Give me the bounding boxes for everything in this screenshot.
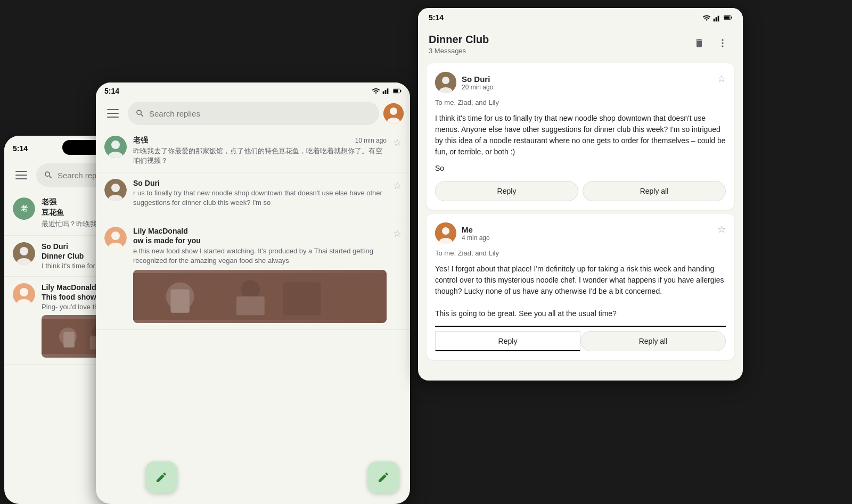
message-card-soduri: So Duri 20 min ago ☆ To me, Ziad, and Li… bbox=[427, 63, 734, 210]
svg-rect-26 bbox=[387, 88, 389, 94]
thread-title-group: Dinner Club 3 Messages bbox=[429, 34, 489, 55]
tablet-time: 5:14 bbox=[429, 13, 444, 22]
message-to-me: To me, Ziad, and Lily bbox=[435, 249, 726, 257]
svg-rect-28 bbox=[400, 90, 402, 92]
edit-icon-phone2 bbox=[377, 471, 390, 484]
message-avatar-soduri bbox=[435, 72, 456, 93]
phone2-email-item-2[interactable]: So Duri r us to finally try that new noo… bbox=[96, 172, 410, 220]
svg-point-43 bbox=[111, 232, 120, 240]
tablet-status-icons bbox=[702, 13, 732, 22]
message-star-me[interactable]: ☆ bbox=[717, 224, 726, 235]
thread-count: 3 Messages bbox=[429, 47, 489, 55]
phone2-email-preview-2: r us to finally try that new noodle shop… bbox=[133, 188, 387, 208]
svg-point-59 bbox=[722, 45, 723, 47]
email-sender-laojian: 老强 bbox=[42, 197, 56, 207]
phone2-email-image-3 bbox=[133, 270, 387, 323]
phone1-time: 5:14 bbox=[13, 144, 28, 153]
reply-button-me[interactable]: Reply bbox=[435, 331, 580, 351]
svg-rect-32 bbox=[107, 117, 119, 118]
svg-rect-9 bbox=[15, 178, 27, 179]
phone2-signal-icon bbox=[382, 87, 391, 95]
phone2-star-1[interactable]: ☆ bbox=[393, 137, 402, 148]
svg-rect-24 bbox=[383, 92, 384, 94]
svg-rect-25 bbox=[385, 90, 387, 94]
message-sign-soduri: So bbox=[435, 164, 726, 172]
reply-actions-soduri: Reply Reply all bbox=[435, 181, 726, 201]
message-star-soduri[interactable]: ☆ bbox=[717, 73, 726, 85]
phone2-wifi-icon bbox=[372, 87, 380, 95]
svg-rect-53 bbox=[718, 16, 719, 22]
svg-point-37 bbox=[111, 141, 120, 149]
message-time-soduri: 20 min ago bbox=[462, 84, 493, 91]
tablet: 5:14 Dinner Club 3 Messages bbox=[418, 8, 743, 381]
svg-rect-56 bbox=[724, 16, 730, 19]
phone2-email-content-1: 老强 10 min ago 昨晚我去了你最爱的那家饭馆，点了他们的特色豆花鱼，吃… bbox=[133, 136, 387, 166]
compose-fab-phone1[interactable] bbox=[145, 461, 177, 493]
message-sender-row-me: Me 4 min ago bbox=[435, 222, 490, 244]
tablet-battery-icon bbox=[724, 13, 732, 22]
svg-rect-21 bbox=[63, 332, 75, 348]
phone2-email-sender-1: 老强 bbox=[133, 136, 148, 145]
phone2-email-item-1[interactable]: 老强 10 min ago 昨晚我去了你最爱的那家饭馆，点了他们的特色豆花鱼，吃… bbox=[96, 129, 410, 172]
phone2-hamburger-button[interactable] bbox=[102, 103, 124, 124]
phone2-email-subject-3: ow is made for you bbox=[133, 236, 387, 245]
message-header-soduri: So Duri 20 min ago ☆ bbox=[435, 72, 726, 93]
phone2-star-2[interactable]: ☆ bbox=[393, 180, 402, 192]
email-avatar-lily bbox=[13, 283, 35, 305]
phone2-email-list: 老强 10 min ago 昨晚我去了你最爱的那家饭馆，点了他们的特色豆花鱼，吃… bbox=[96, 129, 410, 330]
hamburger-button[interactable] bbox=[11, 164, 32, 186]
more-options-button[interactable] bbox=[713, 34, 732, 53]
phone2-email-content-3: Lily MacDonald ow is made for you e this… bbox=[133, 227, 387, 323]
phone2-email-sender-2: So Duri bbox=[133, 179, 160, 187]
phone-2: 5:14 老强 bbox=[96, 82, 410, 504]
reply-actions-me: Reply Reply all bbox=[435, 326, 726, 351]
phone2-email-item-3[interactable]: Lily MacDonald ow is made for you e this… bbox=[96, 220, 410, 330]
phone2-top-bar bbox=[96, 97, 410, 129]
svg-point-40 bbox=[111, 184, 120, 192]
phone2-email-header-3: Lily MacDonald bbox=[133, 227, 387, 235]
phone2-time: 5:14 bbox=[104, 87, 119, 95]
svg-point-64 bbox=[442, 227, 449, 235]
message-header-me: Me 4 min ago ☆ bbox=[435, 222, 726, 244]
edit-icon-phone1 bbox=[155, 471, 168, 484]
svg-rect-31 bbox=[107, 113, 119, 114]
svg-rect-49 bbox=[236, 296, 265, 315]
reply-all-button-soduri[interactable]: Reply all bbox=[583, 181, 726, 201]
phone2-email-header-2: So Duri bbox=[133, 179, 387, 187]
email-sender-soduri: So Duri bbox=[42, 242, 68, 251]
more-icon bbox=[717, 38, 728, 48]
phone2-avatar-2 bbox=[104, 179, 127, 201]
search-icon bbox=[44, 170, 53, 180]
phone2-battery-icon bbox=[393, 87, 402, 95]
delete-button[interactable] bbox=[690, 34, 709, 53]
svg-rect-8 bbox=[15, 175, 27, 176]
tablet-wifi-icon bbox=[702, 13, 711, 22]
phone2-search-bar[interactable] bbox=[128, 102, 379, 125]
svg-rect-30 bbox=[107, 109, 119, 110]
phone2-avatar bbox=[383, 103, 404, 123]
svg-rect-50 bbox=[283, 283, 321, 316]
svg-point-58 bbox=[722, 42, 723, 44]
svg-point-17 bbox=[20, 288, 28, 296]
svg-rect-29 bbox=[394, 89, 398, 93]
svg-rect-47 bbox=[171, 290, 190, 313]
phone2-email-preview-1: 昨晚我去了你最爱的那家饭馆，点了他们的特色豆花鱼，吃着吃着就想你了。有空咱们视频… bbox=[133, 146, 387, 166]
reply-button-soduri[interactable]: Reply bbox=[435, 181, 578, 201]
phone2-email-header-1: 老强 10 min ago bbox=[133, 136, 387, 145]
phone2-star-3[interactable]: ☆ bbox=[393, 228, 402, 239]
message-body-me: Yes! I forgot about that place! I'm defi… bbox=[435, 263, 726, 319]
phone2-avatar-3 bbox=[104, 227, 127, 249]
message-body-soduri: I think it's time for us to finally try … bbox=[435, 113, 726, 158]
message-avatar-me bbox=[435, 222, 456, 244]
reply-all-button-me[interactable]: Reply all bbox=[580, 331, 726, 351]
tablet-signal-icon bbox=[713, 13, 722, 22]
svg-point-14 bbox=[20, 247, 28, 255]
svg-point-48 bbox=[241, 280, 260, 299]
email-avatar-soduri bbox=[13, 242, 35, 265]
message-sender-name-me: Me bbox=[462, 225, 490, 234]
phone2-email-time-1: 10 min ago bbox=[355, 137, 387, 144]
compose-fab-phone2[interactable] bbox=[367, 461, 399, 493]
thread-actions bbox=[690, 34, 732, 53]
phone2-search-input[interactable] bbox=[149, 109, 372, 118]
message-time-me: 4 min ago bbox=[462, 234, 490, 242]
